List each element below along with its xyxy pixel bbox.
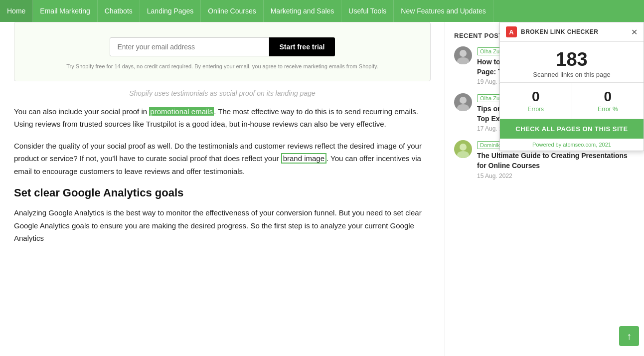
blc-error-pct-label: Error % — [572, 106, 644, 113]
close-button[interactable]: ✕ — [631, 27, 638, 37]
main-nav: HomeEmail MarketingChatbotsLanding Pages… — [0, 0, 644, 22]
body-paragraph-1: You can also include your social proof i… — [14, 105, 431, 131]
sidebar: RECENT POSTS Olha Zuba... How to Crea...… — [445, 22, 644, 356]
nav-item-online-courses[interactable]: Online Courses — [201, 0, 264, 22]
body-paragraph-3: Analyzing Google Analytics is the best w… — [14, 206, 431, 245]
blc-scanned-label: Scanned links on this page — [506, 71, 638, 78]
nav-item-home[interactable]: Home — [0, 0, 33, 22]
arrow-up-icon: ↑ — [627, 331, 632, 342]
avatar — [454, 93, 472, 111]
avatar — [454, 140, 472, 158]
nav-item-marketing-and-sales[interactable]: Marketing and Sales — [264, 0, 342, 22]
svg-point-2 — [460, 97, 467, 104]
start-trial-button[interactable]: Start free trial — [269, 37, 334, 56]
blc-scanned-count: 183 — [506, 50, 638, 69]
blc-errors-metric: 0 Errors — [500, 83, 572, 119]
post-date: 15 Aug. 2022 — [477, 173, 635, 179]
avatar — [454, 46, 472, 64]
scroll-to-top-button[interactable]: ↑ — [619, 326, 639, 346]
shopify-note: Try Shopify free for 14 days, no credit … — [24, 62, 420, 71]
shopify-form: Start free trial — [24, 37, 420, 56]
email-input[interactable] — [110, 37, 269, 56]
main-content: Start free trial Try Shopify free for 14… — [0, 22, 445, 356]
promotional-emails-highlight: promotional emails — [149, 107, 214, 116]
blc-header: A BROKEN LINK CHECKER ✕ — [500, 22, 644, 42]
svg-point-3 — [457, 104, 469, 111]
shopify-caption: Shopify uses testimonials as social proo… — [14, 89, 431, 97]
brand-image-highlight: brand image — [281, 153, 326, 164]
check-all-pages-button[interactable]: CHECK ALL PAGES ON THIS SITE — [500, 119, 644, 139]
svg-point-5 — [457, 151, 469, 158]
shopify-promo-box: Start free trial Try Shopify free for 14… — [14, 22, 431, 81]
body-paragraph-2: Consider the quality of your social proo… — [14, 140, 431, 178]
blc-errors-value: 0 — [500, 89, 572, 105]
post-title: The Ultimate Guide to Creating Presentat… — [477, 151, 635, 171]
nav-item-features-updates[interactable]: New Features and Updates — [394, 0, 493, 22]
nav-item-useful-tools[interactable]: Useful Tools — [341, 0, 394, 22]
blc-logo: A — [506, 26, 517, 37]
blc-title: BROKEN LINK CHECKER — [521, 28, 599, 35]
nav-item-email-marketing[interactable]: Email Marketing — [33, 0, 97, 22]
broken-link-checker-widget: A BROKEN LINK CHECKER ✕ 183 Scanned link… — [499, 22, 644, 151]
blc-error-pct-value: 0 — [572, 89, 644, 105]
section-heading-analytics: Set clear Google Analytics goals — [14, 186, 431, 199]
blc-powered-label: Powered by atomseo.com, 2021 — [500, 139, 644, 151]
svg-point-0 — [460, 50, 467, 57]
nav-item-landing-pages[interactable]: Landing Pages — [140, 0, 201, 22]
blc-metrics: 0 Errors 0 Error % — [500, 83, 644, 119]
blc-error-pct-metric: 0 Error % — [572, 83, 644, 119]
svg-point-4 — [460, 144, 467, 151]
nav-item-chatbots[interactable]: Chatbots — [98, 0, 140, 22]
blc-stats-section: 183 Scanned links on this page — [500, 42, 644, 83]
blc-errors-label: Errors — [500, 106, 572, 113]
svg-point-1 — [457, 57, 469, 64]
